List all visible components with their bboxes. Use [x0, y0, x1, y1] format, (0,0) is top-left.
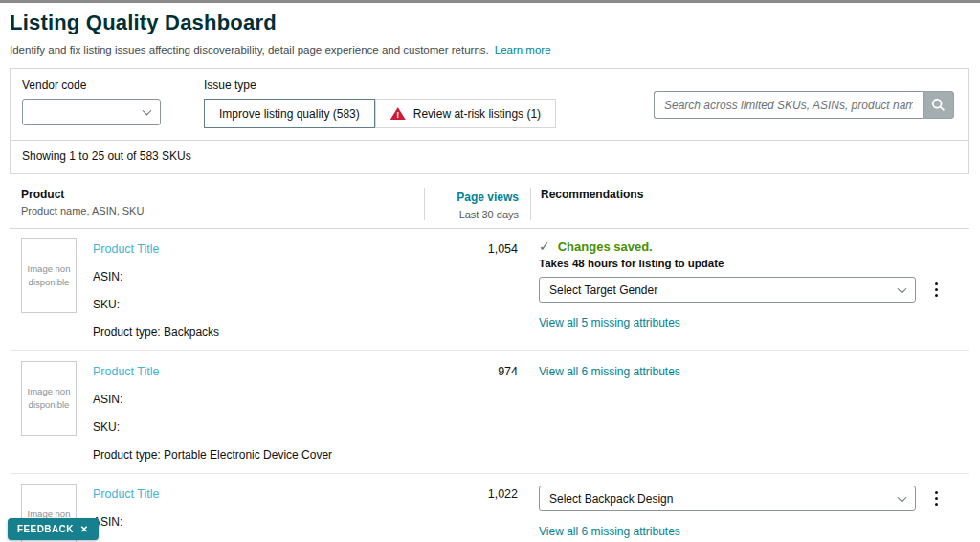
issue-type-group: Issue type Improve listing quality (583)… [204, 79, 556, 128]
status-note: Takes 48 hours for listing to update [539, 258, 969, 269]
product-title-link[interactable]: Product Title [93, 487, 159, 501]
product-title-link[interactable]: Product Title [93, 242, 159, 256]
page-header: Listing Quality Dashboard Identify and f… [0, 3, 980, 56]
view-missing-attributes-link[interactable]: View all 5 missing attributes [539, 316, 680, 329]
column-header-product: Product Product name, ASIN, SKU [10, 188, 424, 220]
view-missing-attributes-link[interactable]: View all 6 missing attributes [539, 365, 680, 378]
product-cell: Image non disponible Product Title ASIN:… [10, 238, 424, 339]
recommendations-cell: ✓ Changes saved. Takes 48 hours for list… [529, 238, 969, 339]
search-group [654, 91, 954, 119]
close-icon: ✕ [80, 524, 89, 534]
listing-table: Product Product name, ASIN, SKU Page vie… [10, 180, 969, 542]
tab-improve-listing-quality[interactable]: Improve listing quality (583) [204, 99, 375, 128]
issue-type-label: Issue type [204, 79, 556, 92]
tab-label: Review at-risk listings (1) [413, 107, 541, 121]
asin-label: ASIN: [93, 515, 219, 529]
asin-label: ASIN: [93, 393, 332, 406]
page-subtitle: Identify and fix listing issues affectin… [10, 44, 969, 56]
tab-label: Improve listing quality (583) [219, 107, 360, 121]
backpack-design-select[interactable]: Select Backpack Design [539, 486, 916, 511]
status-badge: Changes saved. [558, 239, 653, 254]
page-title: Listing Quality Dashboard [10, 11, 969, 35]
select-value: Select Backpack Design [549, 492, 673, 506]
page-views-value: 1,022 [424, 484, 529, 542]
product-column-subtitle: Product name, ASIN, SKU [21, 205, 424, 216]
page-views-sort-link[interactable]: Page views [457, 191, 519, 204]
product-title-link[interactable]: Product Title [93, 365, 159, 378]
product-image-placeholder: Image non disponible [21, 361, 77, 436]
vendor-code-group: Vendor code [22, 79, 175, 125]
chevron-down-icon [143, 106, 152, 116]
recommendations-column-title: Recommendations [541, 188, 969, 201]
table-row: Image non disponible Product Title ASIN:… [10, 474, 969, 542]
filter-panel: Vendor code Issue type Improve listing q… [10, 68, 969, 174]
page-subtitle-text: Identify and fix listing issues affectin… [10, 44, 489, 56]
view-missing-attributes-link[interactable]: View all 6 missing attributes [539, 525, 680, 538]
column-header-page-views: Page views Last 30 days [425, 188, 530, 220]
select-value: Select Target Gender [549, 283, 657, 297]
vendor-code-select[interactable] [22, 99, 161, 125]
column-header-recommendations: Recommendations [531, 188, 969, 220]
issue-type-tabs: Improve listing quality (583) ! Review a… [204, 99, 556, 128]
product-type-label: Product type: Portable Electronic Device… [93, 448, 332, 462]
vendor-code-label: Vendor code [22, 79, 175, 92]
chevron-down-icon [898, 492, 907, 502]
feedback-button[interactable]: FEEDBACK ✕ [8, 518, 99, 540]
product-column-title: Product [21, 188, 424, 201]
kebab-menu-icon[interactable] [924, 491, 948, 506]
product-cell: Image non disponible Product Title ASIN:… [10, 361, 424, 462]
sku-label: SKU: [93, 420, 332, 434]
asin-label: ASIN: [93, 270, 219, 283]
table-header: Product Product name, ASIN, SKU Page vie… [10, 180, 969, 229]
table-row: Image non disponible Product Title ASIN:… [10, 229, 969, 351]
page-views-column-subtitle: Last 30 days [425, 209, 519, 220]
search-input[interactable] [654, 91, 923, 119]
table-row: Image non disponible Product Title ASIN:… [10, 351, 969, 474]
kebab-menu-icon[interactable] [924, 282, 948, 297]
sku-label: SKU: [93, 298, 219, 311]
chevron-down-icon [898, 283, 907, 293]
product-image-placeholder: Image non disponible [21, 238, 77, 313]
warning-triangle-icon: ! [390, 107, 406, 120]
results-summary: Showing 1 to 25 out of 583 SKUs [11, 140, 968, 173]
recommendations-cell: Select Backpack Design View all 6 missin… [529, 484, 969, 542]
tab-review-at-risk-listings[interactable]: ! Review at-risk listings (1) [375, 99, 556, 128]
page-views-value: 974 [424, 361, 529, 462]
page-views-value: 1,054 [424, 238, 529, 339]
search-button[interactable] [923, 91, 954, 119]
learn-more-link[interactable]: Learn more [495, 44, 551, 56]
magnifier-icon [931, 98, 946, 112]
check-icon: ✓ [539, 238, 550, 254]
target-gender-select[interactable]: Select Target Gender [539, 277, 916, 303]
feedback-label: FEEDBACK [17, 524, 74, 534]
recommendations-cell: View all 6 missing attributes [529, 361, 969, 462]
product-type-label: Product type: Backpacks [93, 326, 219, 339]
